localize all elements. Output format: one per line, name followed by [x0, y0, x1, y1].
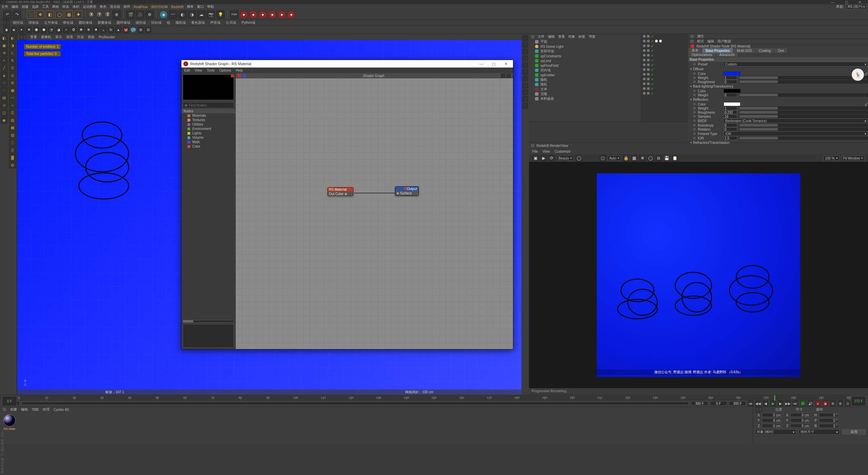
clear-icon[interactable]: ⊗ — [184, 103, 188, 108]
diffuse-color-swatch[interactable] — [724, 72, 741, 76]
sg-edit[interactable]: Edit — [184, 69, 190, 72]
field-sound[interactable]: 声音域 — [208, 20, 222, 25]
objmgr-object[interactable]: 对象 — [568, 34, 575, 39]
enable-check-icon[interactable]: ✔ — [651, 39, 654, 43]
object-tag-row[interactable]: ✔ — [641, 48, 688, 53]
shader-preview[interactable] — [183, 74, 234, 100]
vtab-view[interactable]: 查看 — [30, 35, 37, 39]
rv-bucket-icon[interactable]: ◯ — [648, 155, 654, 161]
rstrip-icon-6[interactable] — [522, 69, 528, 75]
plugin-icon-3[interactable]: ✦ — [18, 27, 24, 33]
rstrip-icon-5[interactable] — [522, 62, 528, 68]
shader-category[interactable]: Textures — [181, 118, 235, 122]
object-tag-row[interactable]: ✔ — [641, 43, 688, 48]
vis-dot-icon[interactable] — [643, 87, 646, 90]
enable-check-icon[interactable]: ✔ — [651, 58, 654, 62]
coord-pos-input[interactable] — [762, 413, 782, 417]
goto-start-icon[interactable]: ⏮ — [748, 401, 753, 406]
enable-check-icon[interactable]: ✔ — [651, 63, 654, 67]
palette-icon-17[interactable]: ▓ — [9, 154, 16, 161]
refraction-title[interactable]: Refraction/Transmission — [693, 141, 729, 145]
object-row[interactable]: 径向域 — [529, 68, 641, 73]
enable-check-icon[interactable]: ✔ — [651, 35, 654, 38]
vis-dot2-icon[interactable] — [647, 92, 650, 95]
plugin-icon-11[interactable]: ✺ — [78, 27, 84, 33]
vtab-panel[interactable]: 面板 — [88, 35, 95, 39]
vis-dot-icon[interactable] — [643, 92, 646, 95]
rstrip-icon-1[interactable] — [522, 35, 528, 41]
step-back-icon[interactable]: ◀◀ — [755, 401, 761, 406]
recent-tool-icon[interactable]: ▦ — [65, 11, 73, 19]
shader-search-input[interactable] — [189, 103, 232, 107]
rv-fit-dropdown[interactable]: Fit Window ▾ — [842, 155, 865, 161]
sg-tools[interactable]: Tools — [207, 69, 215, 72]
rv-file[interactable]: File — [532, 150, 538, 153]
objmgr-file[interactable]: 文件 — [538, 34, 545, 39]
refl-aniso-slider[interactable] — [739, 124, 868, 127]
refl-brdf-dropdown[interactable]: Beckmann (Cook-Torrance)▾ — [724, 118, 868, 123]
vis-dot2-icon[interactable] — [647, 44, 650, 47]
record-r-icon[interactable]: ● — [259, 11, 267, 19]
axis-x-toggle[interactable]: X — [88, 11, 95, 18]
plugin-icon-13[interactable]: ✹ — [93, 27, 99, 33]
refl-rot-slider[interactable] — [739, 128, 868, 131]
palette-icon-7[interactable]: ⧉ — [9, 79, 16, 86]
coord-pos-input[interactable] — [762, 424, 782, 428]
refl-rough-input[interactable] — [724, 110, 737, 114]
enable-check-icon[interactable]: ✔ — [651, 92, 654, 95]
rv-snow-icon[interactable]: ❄ — [639, 155, 646, 161]
backlight-color-swatch[interactable] — [724, 89, 741, 93]
field-cone[interactable]: 锥化域 — [61, 20, 75, 25]
select-tool-icon[interactable]: ⬛ — [27, 11, 35, 19]
node-rs-material[interactable]: RS Material Out Color — [327, 187, 354, 196]
plugin-icon-1[interactable]: ◉ — [3, 27, 9, 33]
diffuse-weight-slider[interactable] — [739, 76, 868, 79]
axis-z-toggle[interactable]: Z — [104, 11, 111, 18]
rv-grip-icon[interactable] — [531, 144, 534, 147]
plugin-icon-20[interactable]: ⊟ — [145, 27, 151, 33]
shader-category[interactable]: Lights — [181, 131, 235, 135]
render-region-icon[interactable]: 🎥 — [136, 11, 144, 19]
grip-icon[interactable]: ⋮⋮ — [3, 20, 9, 26]
vtab-prorender[interactable]: ProRender — [99, 35, 115, 39]
rstrip-icon-11[interactable] — [522, 103, 528, 109]
port-outcolor[interactable] — [345, 193, 347, 195]
palette-icon-11[interactable]: ☰ — [9, 109, 16, 116]
object-tag-row[interactable]: ✔ — [641, 39, 688, 43]
node-output[interactable]: Output Surface — [395, 186, 419, 196]
menu-pipeline[interactable]: 流水线 — [110, 4, 120, 9]
palette-icon-9[interactable]: 〰 — [9, 94, 16, 101]
mode-point-icon[interactable]: • — [1, 57, 7, 64]
object-row[interactable]: 随机 — [529, 82, 641, 87]
mat-cycles[interactable]: Cycles 4D — [54, 408, 69, 412]
tab-overall[interactable]: Ove — [774, 48, 788, 53]
refl-weight-slider[interactable] — [739, 107, 868, 110]
plugin-icon-16[interactable]: ▲ — [115, 27, 121, 33]
vis-dot-icon[interactable] — [643, 49, 646, 52]
refl-aniso-input[interactable] — [724, 123, 737, 127]
palette-icon-12[interactable]: ▨ — [9, 117, 16, 124]
vis-dot2-icon[interactable] — [647, 87, 650, 90]
menu-spline[interactable]: 样条 — [62, 4, 69, 9]
diffuse-weight-input[interactable] — [724, 76, 737, 80]
refl-ior-slider[interactable] — [739, 136, 868, 140]
side-scrollbar[interactable] — [183, 320, 193, 322]
eyedropper2-icon[interactable]: 🖊 — [865, 102, 868, 106]
field-cube[interactable]: 立方体域 — [42, 20, 60, 25]
mat-texture[interactable]: 纹理 — [43, 407, 50, 412]
preset-dropdown[interactable]: Custom▾ — [724, 62, 868, 66]
snap-icon[interactable]: ⊙ — [1, 102, 7, 109]
generator-icon[interactable]: ◐ — [178, 11, 186, 19]
object-row[interactable]: RS Dome Light — [529, 44, 641, 49]
object-tag-row[interactable]: ✔ — [641, 81, 688, 86]
coord-rot-input[interactable] — [819, 413, 839, 417]
viewport-grip-icon[interactable]: ⋮⋮ — [20, 34, 26, 40]
key-scale-icon[interactable]: ⊗ — [837, 401, 843, 406]
attr-mode[interactable]: 模式 — [697, 39, 704, 44]
enable-check-icon[interactable]: ✔ — [651, 73, 654, 76]
shader-min[interactable]: — — [476, 62, 487, 66]
object-row[interactable]: xpEmitter — [529, 73, 641, 77]
menu-mesh[interactable]: 网格 — [52, 4, 59, 9]
field-cylinder[interactable]: 圆柱体域 — [77, 20, 94, 25]
coord-pos-input[interactable] — [762, 418, 782, 422]
